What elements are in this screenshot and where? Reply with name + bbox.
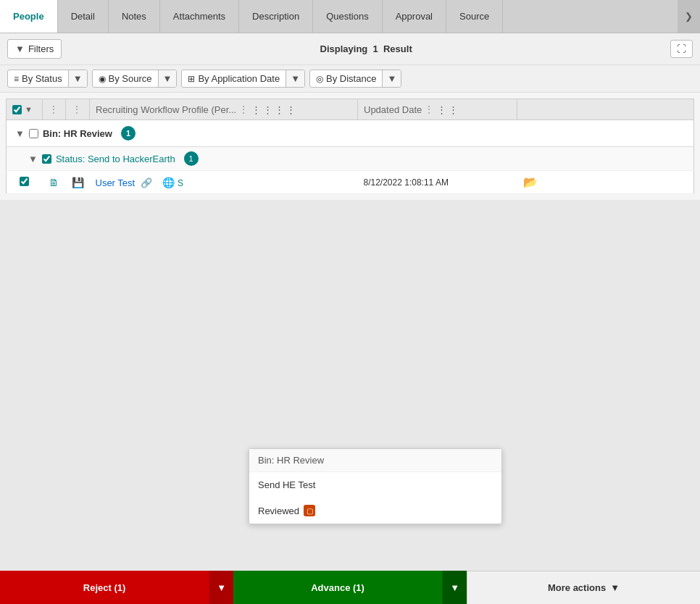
subgroup-row-hackerearth: ▼ Status: Send to HackerEarth 1 xyxy=(7,147,694,171)
col-drag2: ⋮ xyxy=(66,99,90,120)
filter-by-distance[interactable]: ◎ By Distance ▼ xyxy=(309,70,401,88)
more-actions-chevron-icon: ▼ xyxy=(610,582,620,593)
tab-people[interactable]: People xyxy=(0,0,58,33)
filter-by-source-arrow[interactable]: ▼ xyxy=(158,70,177,87)
dots-icon-1: ⋮ xyxy=(49,104,59,115)
expand-button[interactable]: ⛶ xyxy=(670,40,693,58)
group-row-hr-review: ▼ Bin: HR Review 1 xyxy=(7,120,694,147)
group-badge: 1 xyxy=(121,126,136,140)
popup-item-reviewed[interactable]: Reviewed ▢ xyxy=(249,498,501,524)
link-icon[interactable]: 🔗 xyxy=(141,177,152,188)
tab-description[interactable]: Description xyxy=(239,0,313,33)
row-doc-icon-cell: 🗎 xyxy=(43,171,66,194)
col-updated-date: Updated Date ⋮ ⋮ ⋮ xyxy=(358,99,517,120)
filter-by-app-date-arrow[interactable]: ▼ xyxy=(286,70,304,87)
candidates-table: ▼ ⋮ ⋮ Recruiting Workflow Profile (Per..… xyxy=(6,98,694,194)
table-container: ▼ ⋮ ⋮ Recruiting Workflow Profile (Per..… xyxy=(0,93,700,200)
filter-by-source[interactable]: ◉ By Source ▼ xyxy=(92,70,178,88)
filter-by-source-main[interactable]: ◉ By Source xyxy=(93,70,158,87)
col-date-dots2: ⋮ xyxy=(437,104,446,115)
col-checkbox: ▼ xyxy=(7,99,43,120)
filter-by-distance-arrow[interactable]: ▼ xyxy=(382,70,401,87)
table-row: 🗎 💾 User Test 🔗 🌐 S xyxy=(7,171,694,194)
reviewed-badge: ▢ xyxy=(304,505,315,516)
row-user-cell: User Test 🔗 🌐 S xyxy=(90,171,358,194)
col-workflow-profile: Recruiting Workflow Profile (Per... ⋮ ⋮ … xyxy=(90,99,358,120)
calendar-icon: ⊞ xyxy=(188,74,195,84)
filter-by-app-date-main[interactable]: ⊞ By Application Date xyxy=(182,70,286,87)
advance-section: Advance (1) ▼ xyxy=(233,571,467,604)
row-checkbox-cell xyxy=(7,171,43,194)
workflow-dropdown-popup: Bin: HR Review Send HE Test Reviewed ▢ xyxy=(249,448,502,524)
tab-bar: People Detail Notes Attachments Descript… xyxy=(0,0,700,33)
filter-icon: ▼ xyxy=(15,43,25,54)
reject-section: Reject (1) ▼ xyxy=(0,571,233,604)
tab-notes[interactable]: Notes xyxy=(109,0,160,33)
col-extra xyxy=(517,99,694,120)
filter-by-app-date[interactable]: ⊞ By Application Date ▼ xyxy=(181,70,305,88)
col-workflow-dots: ⋮ xyxy=(238,104,249,115)
row-timestamp-cell: 8/12/2022 1:08:11 AM xyxy=(358,171,517,194)
filter-by-status[interactable]: ≡ By Status ▼ xyxy=(7,70,88,88)
advance-dropdown-arrow[interactable]: ▼ xyxy=(442,571,467,604)
tab-approval[interactable]: Approval xyxy=(383,0,446,33)
col-workflow-pin[interactable]: ⋮ xyxy=(275,104,284,115)
filter-row: ≡ By Status ▼ ◉ By Source ▼ ⊞ By Applica… xyxy=(0,65,700,93)
action-bar: Reject (1) ▼ Advance (1) ▼ More actions … xyxy=(0,571,700,604)
col-dropdown-icon[interactable]: ▼ xyxy=(25,105,33,114)
user-link[interactable]: User Test xyxy=(96,177,138,188)
tab-questions[interactable]: Questions xyxy=(313,0,383,33)
row-action-icon-cell: 💾 xyxy=(66,171,90,194)
reject-button[interactable]: Reject (1) xyxy=(0,571,209,604)
row-checkbox[interactable] xyxy=(20,177,29,186)
group-collapse-icon[interactable]: ▼ xyxy=(15,128,25,139)
filter-by-distance-main[interactable]: ◎ By Distance xyxy=(310,70,382,87)
reject-chevron-icon: ▼ xyxy=(217,582,226,593)
select-all-checkbox[interactable] xyxy=(12,105,22,114)
col-date-dots3: ⋮ xyxy=(449,104,458,115)
tab-source[interactable]: Source xyxy=(446,0,503,33)
globe-icon: 🌐 xyxy=(162,177,175,188)
action-icon[interactable]: 💾 xyxy=(72,177,84,188)
result-count: Displaying 1 Result xyxy=(320,43,412,54)
advance-button[interactable]: Advance (1) xyxy=(233,571,442,604)
filters-button[interactable]: ▼ Filters xyxy=(7,39,62,59)
distance-icon: ◎ xyxy=(316,74,323,84)
subgroup-collapse-icon[interactable]: ▼ xyxy=(28,154,38,164)
subgroup-badge: 1 xyxy=(184,151,199,166)
chevron-right-icon: ❯ xyxy=(685,11,693,22)
dots-icon-2: ⋮ xyxy=(72,104,83,115)
document-icon[interactable]: 🗎 xyxy=(49,177,59,188)
col-workflow-settings[interactable]: ⋮ xyxy=(263,104,272,115)
more-actions-button[interactable]: More actions ▼ xyxy=(467,571,700,604)
tab-detail[interactable]: Detail xyxy=(58,0,109,33)
source-icon: ◉ xyxy=(99,74,106,84)
row-folder-cell: 📂 xyxy=(517,171,694,194)
more-actions-section: More actions ▼ xyxy=(467,571,700,604)
expand-icon: ⛶ xyxy=(677,43,686,54)
toolbar: ▼ Filters Displaying 1 Result ⛶ xyxy=(0,33,700,65)
popup-header: Bin: HR Review xyxy=(249,449,501,472)
popup-item-send-he-test[interactable]: Send HE Test xyxy=(249,472,501,498)
filter-by-status-arrow[interactable]: ▼ xyxy=(68,70,87,87)
reject-dropdown-arrow[interactable]: ▼ xyxy=(209,571,233,604)
tab-more-button[interactable]: ❯ xyxy=(678,0,700,33)
col-workflow-drag: ⋮ xyxy=(251,104,261,115)
filter-by-status-main[interactable]: ≡ By Status xyxy=(8,70,68,87)
subgroup-checkbox[interactable] xyxy=(42,154,51,164)
advance-chevron-icon: ▼ xyxy=(450,582,459,593)
col-drag1: ⋮ xyxy=(43,99,66,120)
group-checkbox[interactable] xyxy=(29,129,38,138)
tab-attachments[interactable]: Attachments xyxy=(160,0,239,33)
col-workflow-more[interactable]: ⋮ xyxy=(286,104,296,115)
list-icon: ≡ xyxy=(14,74,19,84)
col-date-dots1: ⋮ xyxy=(424,104,435,115)
folder-icon[interactable]: 📂 xyxy=(523,176,538,188)
